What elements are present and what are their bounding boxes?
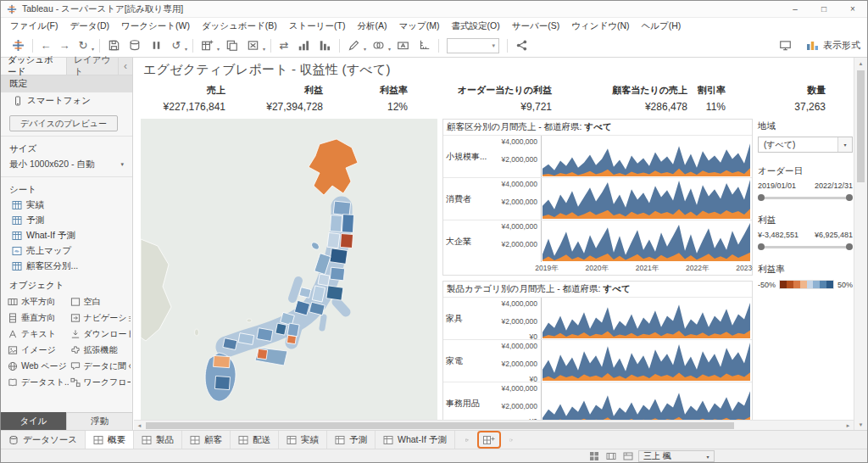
menu-item[interactable]: ストーリー(T) bbox=[283, 19, 352, 34]
area-chart[interactable] bbox=[542, 341, 750, 381]
order-date-slider[interactable] bbox=[759, 194, 852, 202]
group-members-button[interactable]: ▾ bbox=[369, 39, 392, 52]
sheet-tab[interactable]: 製品 bbox=[134, 431, 182, 449]
sheet-item[interactable]: 顧客区分別... bbox=[1, 259, 132, 274]
chevron-down-icon[interactable]: ▾ bbox=[364, 46, 366, 52]
region-dropdown[interactable]: (すべて) ▾ bbox=[758, 137, 853, 153]
scroll-down-icon[interactable]: ▼ bbox=[854, 419, 867, 430]
undo-button[interactable]: ← bbox=[37, 36, 54, 55]
chevron-down-icon[interactable]: ▾ bbox=[92, 46, 94, 52]
horizontal-scrollbar[interactable]: ◄ ► bbox=[134, 420, 854, 430]
user-dropdown[interactable]: 三上 楓 ▾ bbox=[638, 450, 715, 462]
slider-handle[interactable] bbox=[758, 243, 765, 250]
tiled-button[interactable]: タイル bbox=[1, 412, 66, 430]
show-me-button[interactable]: 表示形式 bbox=[806, 39, 860, 52]
sheet-sorter-icon[interactable] bbox=[589, 451, 599, 461]
default-size-item[interactable]: 既定 bbox=[1, 75, 132, 92]
device-preview-button[interactable]: デバイスのプレビュー bbox=[9, 115, 118, 131]
chevron-down-icon[interactable]: ▾ bbox=[217, 46, 220, 52]
scroll-right-icon[interactable]: ► bbox=[843, 421, 854, 430]
highlight-button[interactable]: ▾ bbox=[344, 39, 367, 52]
clear-sheet-button[interactable]: ▾ bbox=[243, 39, 266, 52]
new-data-source-button[interactable] bbox=[125, 39, 145, 52]
menu-item[interactable]: ダッシュボード(B) bbox=[196, 19, 283, 34]
chevron-down-icon[interactable]: ▾ bbox=[388, 46, 391, 52]
menu-item[interactable]: データ(D) bbox=[64, 19, 115, 34]
tab-layout[interactable]: レイアウト bbox=[67, 58, 119, 75]
menu-item[interactable]: マップ(M) bbox=[393, 19, 446, 34]
collapse-pane-icon[interactable]: ‹ bbox=[119, 58, 132, 75]
save-button[interactable] bbox=[104, 39, 124, 52]
object-item[interactable]: ワークフロー bbox=[70, 375, 131, 390]
redo-button[interactable]: → bbox=[56, 36, 73, 55]
sheet-tab[interactable]: 予測 bbox=[327, 431, 376, 449]
duplicate-sheet-button[interactable] bbox=[222, 39, 242, 52]
data-source-tab[interactable]: データソース bbox=[1, 431, 86, 449]
profit-slider[interactable] bbox=[759, 243, 852, 251]
show-tabs-icon[interactable] bbox=[623, 451, 633, 461]
menu-item[interactable]: ヘルプ(H) bbox=[635, 19, 687, 34]
sheet-item[interactable]: 予測 bbox=[1, 213, 132, 228]
minimize-button[interactable]: – bbox=[781, 1, 810, 17]
new-worksheet-button[interactable]: ▾ bbox=[198, 39, 220, 52]
slider-handle[interactable] bbox=[758, 194, 765, 201]
object-item[interactable]: テキスト bbox=[8, 326, 69, 342]
filmstrip-icon[interactable] bbox=[606, 451, 616, 461]
sheet-item[interactable]: 実績 bbox=[1, 198, 132, 213]
share-workbook-button[interactable] bbox=[512, 39, 531, 52]
object-item[interactable]: 空白 bbox=[70, 294, 131, 310]
object-item[interactable]: 拡張機能 bbox=[70, 343, 131, 358]
swap-rows-columns-button[interactable]: ⇄ bbox=[275, 36, 292, 55]
menu-item[interactable]: サーバー(S) bbox=[506, 19, 566, 34]
sheet-item[interactable]: 売上マップ bbox=[1, 243, 132, 259]
object-item[interactable]: 水平方向 bbox=[8, 294, 69, 310]
object-item[interactable]: データに聞く bbox=[70, 359, 131, 374]
floating-button[interactable]: 浮動 bbox=[66, 412, 132, 430]
chevron-down-icon[interactable]: ▾ bbox=[837, 137, 852, 152]
new-story-button[interactable] bbox=[506, 435, 516, 445]
sheet-tab[interactable]: 概要 bbox=[86, 431, 134, 449]
fix-axes-button[interactable] bbox=[415, 39, 434, 52]
object-item[interactable]: データスト... bbox=[8, 375, 69, 390]
sheet-tab[interactable]: 実績 bbox=[279, 431, 327, 449]
tableau-logo-button[interactable] bbox=[8, 39, 28, 52]
pause-updates-button[interactable] bbox=[147, 39, 166, 52]
object-item[interactable]: 垂直方向 bbox=[8, 310, 69, 326]
menu-item[interactable]: ワークシート(W) bbox=[115, 19, 196, 34]
horizontal-scroll-thumb[interactable] bbox=[146, 422, 734, 429]
area-chart[interactable] bbox=[542, 221, 750, 261]
run-updates-button[interactable]: ↺▾ bbox=[168, 36, 188, 55]
object-item[interactable]: ナビゲーショ... bbox=[70, 310, 131, 326]
tab-dashboard[interactable]: ダッシュボード bbox=[1, 58, 67, 75]
sheet-tab[interactable]: What-If 予測 bbox=[376, 431, 455, 449]
chevron-down-icon[interactable]: ▾ bbox=[185, 46, 187, 52]
sales-map[interactable] bbox=[141, 119, 437, 421]
sheet-item[interactable]: What-If 予測 bbox=[1, 228, 132, 243]
area-chart[interactable] bbox=[542, 179, 750, 219]
sheet-tab[interactable]: 配送 bbox=[231, 431, 279, 449]
area-chart[interactable] bbox=[542, 137, 750, 176]
maximize-button[interactable]: □ bbox=[810, 1, 838, 17]
menu-item[interactable]: 書式設定(O) bbox=[446, 19, 506, 34]
scroll-left-icon[interactable]: ◄ bbox=[134, 421, 145, 430]
fit-dropdown[interactable]: ▾ bbox=[447, 38, 499, 53]
menu-item[interactable]: 分析(A) bbox=[352, 19, 393, 34]
close-button[interactable]: × bbox=[838, 1, 867, 17]
area-chart[interactable] bbox=[542, 383, 750, 420]
slider-handle[interactable] bbox=[846, 243, 853, 250]
sheet-tab[interactable]: 顧客 bbox=[182, 431, 231, 449]
menu-item[interactable]: ウィンドウ(N) bbox=[565, 19, 635, 34]
object-item[interactable]: イメージ bbox=[8, 343, 69, 358]
object-item[interactable]: Web ページ bbox=[8, 359, 69, 374]
size-dropdown[interactable]: 最小 1000x620 - 自動 ▾ bbox=[1, 157, 132, 172]
new-dashboard-button[interactable] bbox=[477, 431, 501, 449]
sort-ascending-button[interactable] bbox=[294, 39, 314, 52]
vertical-scroll-thumb[interactable] bbox=[857, 70, 865, 182]
object-item[interactable]: ダウンロード bbox=[70, 326, 131, 342]
show-mark-labels-button[interactable] bbox=[393, 39, 413, 52]
phone-layout-item[interactable]: スマートフォン bbox=[1, 92, 132, 109]
presentation-mode-button[interactable] bbox=[776, 39, 795, 52]
replay-button[interactable]: ↻▾ bbox=[75, 36, 95, 55]
sort-descending-button[interactable] bbox=[315, 39, 335, 52]
chevron-down-icon[interactable]: ▾ bbox=[263, 46, 265, 52]
